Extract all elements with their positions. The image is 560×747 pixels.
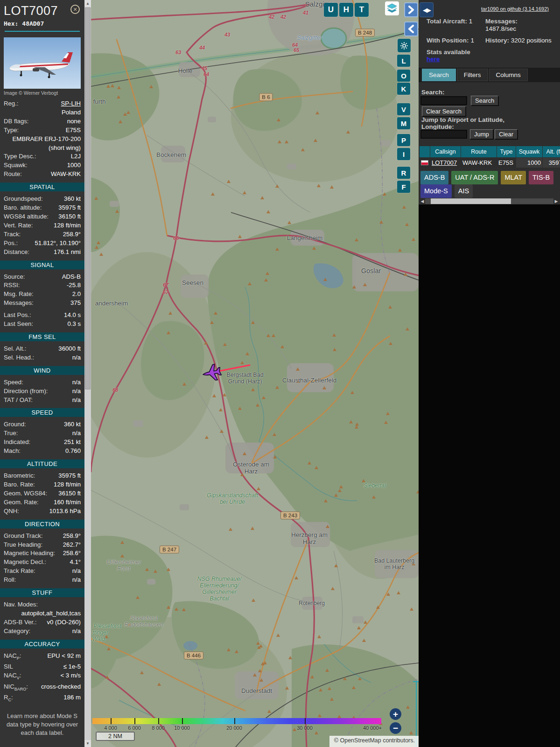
table-row-callsign[interactable]: LOT7007 [430, 158, 461, 168]
data-value: < 3 m/s [60, 671, 81, 683]
zoom-out-button[interactable]: − [390, 722, 401, 734]
total-aircraft: Total Aircraft: 1 [427, 18, 482, 32]
filter-tis-b[interactable]: TIS-B [529, 171, 553, 184]
scrollbar-track[interactable] [425, 198, 553, 204]
data-value: n/a [72, 567, 81, 576]
detail-header: LOT7007 ✕ Hex:48AD07 [0, 0, 84, 32]
search-input[interactable] [420, 96, 467, 105]
table-horizontal-scrollbar[interactable]: ◀ ▶ [420, 198, 559, 204]
data-value: 360 kt [64, 420, 81, 429]
data-label: NACV: [4, 671, 21, 683]
clear-search-button[interactable]: Clear Search [422, 106, 466, 116]
settings-button[interactable] [398, 39, 411, 52]
jump-label: Jump to Airport or Latitude, Longitude: [421, 116, 504, 130]
jump-input[interactable] [420, 130, 467, 139]
map-button-l[interactable]: L [397, 55, 410, 67]
data-row: Sel. Head.:n/a [0, 353, 84, 362]
aircraft-photo[interactable] [4, 37, 81, 89]
scroll-down-icon[interactable]: ▼ [84, 740, 91, 747]
scroll-left-icon[interactable]: ◀ [420, 199, 425, 204]
data-value: 36150 ft [58, 212, 81, 221]
map-attribution[interactable]: © OpenStreetMap contributors. [329, 736, 419, 747]
map-button-t[interactable]: T [355, 3, 369, 17]
filter-uat-ads-r[interactable]: UAT / ADS-R [451, 171, 498, 184]
data-label: Source: [4, 273, 25, 282]
layers-button[interactable] [385, 1, 399, 15]
data-label: Distance: [4, 248, 29, 257]
chevron-right-icon [408, 6, 414, 14]
github-link[interactable]: tar1090 on github (3.14.1692) [481, 6, 549, 12]
map-button-v[interactable]: V [397, 103, 410, 115]
data-row: Baro. altitude:35975 ft [0, 204, 84, 212]
tab-columns[interactable]: Columns [489, 69, 528, 81]
tab-filters[interactable]: Filters [457, 69, 488, 81]
filter-mode-s[interactable]: Mode-S [420, 184, 452, 198]
data-row: Last Pos.:14.0 s [0, 311, 84, 320]
sidebar-expand-button[interactable] [404, 2, 418, 17]
map-button-r[interactable]: R [397, 167, 410, 179]
data-value: 0.760 [65, 447, 81, 456]
scrollbar-thumb[interactable] [431, 198, 511, 204]
map-button-p[interactable]: P [397, 134, 410, 146]
map-button-m[interactable]: M [397, 117, 410, 129]
route-number: 42 [280, 14, 286, 20]
route-number: 66 [173, 235, 179, 241]
search-button[interactable]: Search [471, 96, 498, 106]
table-header-squawk[interactable]: Squawk [516, 146, 542, 157]
data-value[interactable]: SP-LIH [61, 99, 81, 108]
data-label: Msg. Rate: [4, 290, 34, 299]
map-button-u[interactable]: U [324, 3, 338, 17]
filter-mlat[interactable]: MLAT [501, 171, 526, 184]
map-button-k[interactable]: K [397, 83, 410, 95]
route-number: 65 [294, 47, 299, 53]
legend-label-40000: 40 000+ [363, 725, 382, 731]
section-header-direction: DIRECTION [0, 520, 84, 529]
table-header-flag[interactable] [420, 146, 430, 157]
close-icon[interactable]: ✕ [70, 5, 80, 14]
table-header-callsign[interactable]: Callsign [430, 146, 461, 157]
map-canvas[interactable]: SalzgitterSalzgitterHollefurthBockenemLa… [91, 0, 419, 747]
divider [5, 31, 80, 32]
scrollbar-thumb[interactable] [85, 7, 91, 389]
data-row: DB flags:none [0, 117, 84, 126]
map-button-i[interactable]: I [397, 148, 410, 160]
table-header-route[interactable]: Route [461, 146, 497, 157]
data-label: Track Rate: [4, 567, 35, 576]
callsign-link[interactable]: LOT7007 [432, 159, 457, 166]
filter-ais[interactable]: AIS [455, 184, 473, 198]
route-number: 68 [112, 387, 118, 393]
data-row: Ground Track:258.9° [0, 532, 84, 541]
source-filter-buttons: ADS-BUAT / ADS-RMLATTIS-BMode-SAIS [420, 171, 560, 198]
sidebar-collapse-button[interactable] [404, 21, 418, 36]
data-value: 0.3 s [67, 320, 81, 329]
stats-here-link[interactable]: here [427, 56, 440, 63]
data-value: 262.7° [63, 541, 81, 550]
clear-button[interactable]: Clear [495, 129, 518, 139]
jump-label-line1: Jump to Airport or Latitude, [421, 116, 504, 123]
jump-button[interactable]: Jump [470, 129, 493, 139]
zoom-in-button[interactable]: + [390, 708, 401, 720]
scroll-right-icon[interactable]: ▶ [553, 199, 559, 204]
messages-value: 1487.8/sec [485, 25, 516, 32]
map-button-h[interactable]: H [339, 3, 353, 17]
map-button-f[interactable]: F [397, 181, 410, 193]
hex-label: Hex: [4, 20, 18, 27]
data-row: Geom. WGS84:36150 ft [0, 489, 84, 498]
data-row: True Heading:262.7° [0, 541, 84, 550]
road-badge-b248: B 248 [355, 29, 375, 37]
legend-tick [158, 718, 159, 724]
table-header-alt-ft-[interactable]: Alt. (ft) [543, 146, 560, 157]
table-cell-route: WAW-KRK [461, 158, 497, 168]
data-value: 4.1° [70, 558, 81, 567]
filter-ads-b[interactable]: ADS-B [420, 171, 448, 184]
tab-search[interactable]: Search [422, 69, 456, 81]
map-button-o[interactable]: O [397, 70, 410, 82]
table-header-type[interactable]: Type [497, 146, 516, 157]
panel-width-toggle[interactable]: ◀▶ [420, 2, 434, 17]
scroll-up-icon[interactable]: ▲ [84, 0, 91, 7]
legend-tick [234, 718, 235, 724]
data-row: autopilot,alt_hold,tcas [0, 609, 84, 618]
data-value: 36000 ft [58, 345, 81, 353]
aircraft-info-rows: Reg.:SP-LIHPolandDB flags:noneType:E75SE… [0, 99, 84, 179]
left-panel-scrollbar[interactable]: ▲ ▼ [84, 0, 91, 747]
